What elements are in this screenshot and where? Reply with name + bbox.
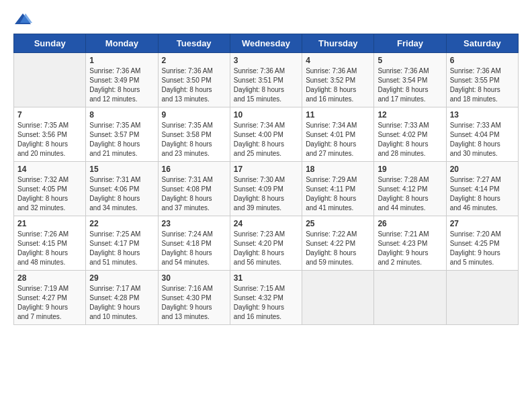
day-header-sunday: Sunday [14, 34, 86, 53]
calendar-cell [374, 271, 446, 325]
calendar-cell: 31Sunrise: 7:15 AM Sunset: 4:32 PM Dayli… [230, 271, 302, 325]
day-info: Sunrise: 7:27 AM Sunset: 4:14 PM Dayligh… [450, 175, 515, 213]
calendar-cell: 19Sunrise: 7:28 AM Sunset: 4:12 PM Dayli… [374, 162, 446, 216]
calendar-cell: 29Sunrise: 7:17 AM Sunset: 4:28 PM Dayli… [86, 271, 158, 325]
day-number: 2 [162, 56, 226, 65]
day-number: 17 [234, 165, 298, 174]
day-number: 27 [450, 219, 515, 228]
calendar-cell: 16Sunrise: 7:31 AM Sunset: 4:08 PM Dayli… [158, 162, 230, 216]
day-number: 25 [306, 219, 370, 228]
calendar-cell [446, 271, 518, 325]
day-number: 22 [89, 219, 154, 228]
calendar-table: SundayMondayTuesdayWednesdayThursdayFrid… [13, 34, 519, 325]
day-number: 18 [306, 165, 370, 174]
day-number: 3 [234, 56, 298, 65]
day-number: 21 [17, 219, 82, 228]
day-info: Sunrise: 7:23 AM Sunset: 4:20 PM Dayligh… [234, 230, 298, 267]
day-header-tuesday: Tuesday [158, 34, 230, 53]
day-info: Sunrise: 7:35 AM Sunset: 3:56 PM Dayligh… [17, 121, 82, 158]
day-number: 15 [89, 165, 154, 174]
calendar-body: 1Sunrise: 7:36 AM Sunset: 3:49 PM Daylig… [14, 53, 519, 325]
calendar-header: SundayMondayTuesdayWednesdayThursdayFrid… [14, 34, 519, 53]
day-header-saturday: Saturday [446, 34, 518, 53]
calendar-cell: 30Sunrise: 7:16 AM Sunset: 4:30 PM Dayli… [158, 271, 230, 325]
day-info: Sunrise: 7:34 AM Sunset: 4:01 PM Dayligh… [306, 121, 370, 158]
calendar-cell: 17Sunrise: 7:30 AM Sunset: 4:09 PM Dayli… [230, 162, 302, 216]
day-info: Sunrise: 7:22 AM Sunset: 4:22 PM Dayligh… [306, 230, 370, 267]
day-header-friday: Friday [374, 34, 446, 53]
day-info: Sunrise: 7:36 AM Sunset: 3:51 PM Dayligh… [234, 66, 298, 104]
day-info: Sunrise: 7:34 AM Sunset: 4:00 PM Dayligh… [234, 121, 298, 158]
day-info: Sunrise: 7:19 AM Sunset: 4:27 PM Dayligh… [17, 284, 82, 322]
day-info: Sunrise: 7:26 AM Sunset: 4:15 PM Dayligh… [17, 230, 82, 267]
day-number: 4 [306, 56, 370, 65]
day-info: Sunrise: 7:17 AM Sunset: 4:28 PM Dayligh… [89, 284, 154, 322]
logo [13, 11, 35, 30]
day-number: 24 [234, 219, 298, 228]
day-number: 7 [17, 110, 82, 120]
day-info: Sunrise: 7:33 AM Sunset: 4:04 PM Dayligh… [450, 121, 515, 158]
calendar-cell: 8Sunrise: 7:35 AM Sunset: 3:57 PM Daylig… [86, 107, 158, 162]
day-number: 13 [450, 110, 515, 120]
day-info: Sunrise: 7:36 AM Sunset: 3:55 PM Dayligh… [450, 66, 515, 104]
calendar-week-4: 21Sunrise: 7:26 AM Sunset: 4:15 PM Dayli… [14, 216, 519, 271]
day-info: Sunrise: 7:36 AM Sunset: 3:50 PM Dayligh… [162, 66, 226, 104]
day-info: Sunrise: 7:32 AM Sunset: 4:05 PM Dayligh… [17, 175, 82, 213]
day-info: Sunrise: 7:33 AM Sunset: 4:02 PM Dayligh… [378, 121, 442, 158]
calendar-cell: 27Sunrise: 7:20 AM Sunset: 4:25 PM Dayli… [446, 216, 518, 271]
day-number: 16 [162, 165, 226, 174]
calendar-cell: 22Sunrise: 7:25 AM Sunset: 4:17 PM Dayli… [86, 216, 158, 271]
calendar-cell: 21Sunrise: 7:26 AM Sunset: 4:15 PM Dayli… [14, 216, 86, 271]
day-info: Sunrise: 7:36 AM Sunset: 3:52 PM Dayligh… [306, 66, 370, 104]
day-number: 9 [162, 110, 226, 120]
calendar-week-2: 7Sunrise: 7:35 AM Sunset: 3:56 PM Daylig… [14, 107, 519, 162]
calendar-cell: 12Sunrise: 7:33 AM Sunset: 4:02 PM Dayli… [374, 107, 446, 162]
day-number: 23 [162, 219, 226, 228]
day-number: 12 [378, 110, 442, 120]
page-header [13, 11, 519, 30]
calendar-cell: 24Sunrise: 7:23 AM Sunset: 4:20 PM Dayli… [230, 216, 302, 271]
day-info: Sunrise: 7:28 AM Sunset: 4:12 PM Dayligh… [378, 175, 442, 213]
day-info: Sunrise: 7:24 AM Sunset: 4:18 PM Dayligh… [162, 230, 226, 267]
calendar-week-5: 28Sunrise: 7:19 AM Sunset: 4:27 PM Dayli… [14, 271, 519, 325]
day-number: 31 [234, 273, 298, 283]
day-header-monday: Monday [86, 34, 158, 53]
calendar-cell: 15Sunrise: 7:31 AM Sunset: 4:06 PM Dayli… [86, 162, 158, 216]
day-number: 28 [17, 273, 82, 283]
day-header-thursday: Thursday [302, 34, 374, 53]
calendar-cell: 20Sunrise: 7:27 AM Sunset: 4:14 PM Dayli… [446, 162, 518, 216]
day-info: Sunrise: 7:21 AM Sunset: 4:23 PM Dayligh… [378, 230, 442, 267]
day-number: 26 [378, 219, 442, 228]
day-info: Sunrise: 7:15 AM Sunset: 4:32 PM Dayligh… [234, 284, 298, 322]
day-info: Sunrise: 7:31 AM Sunset: 4:06 PM Dayligh… [89, 175, 154, 213]
calendar-cell: 1Sunrise: 7:36 AM Sunset: 3:49 PM Daylig… [86, 53, 158, 107]
calendar-cell: 25Sunrise: 7:22 AM Sunset: 4:22 PM Dayli… [302, 216, 374, 271]
logo-icon [13, 11, 32, 30]
day-number: 19 [378, 165, 442, 174]
calendar-cell: 4Sunrise: 7:36 AM Sunset: 3:52 PM Daylig… [302, 53, 374, 107]
calendar-cell [302, 271, 374, 325]
calendar-cell: 18Sunrise: 7:29 AM Sunset: 4:11 PM Dayli… [302, 162, 374, 216]
day-number: 14 [17, 165, 82, 174]
day-number: 30 [162, 273, 226, 283]
calendar-cell: 3Sunrise: 7:36 AM Sunset: 3:51 PM Daylig… [230, 53, 302, 107]
calendar-cell: 7Sunrise: 7:35 AM Sunset: 3:56 PM Daylig… [14, 107, 86, 162]
day-number: 29 [89, 273, 154, 283]
day-info: Sunrise: 7:36 AM Sunset: 3:54 PM Dayligh… [378, 66, 442, 104]
day-info: Sunrise: 7:16 AM Sunset: 4:30 PM Dayligh… [162, 284, 226, 322]
calendar-week-1: 1Sunrise: 7:36 AM Sunset: 3:49 PM Daylig… [14, 53, 519, 107]
day-number: 1 [89, 56, 154, 65]
calendar-cell: 5Sunrise: 7:36 AM Sunset: 3:54 PM Daylig… [374, 53, 446, 107]
day-header-wednesday: Wednesday [230, 34, 302, 53]
day-info: Sunrise: 7:20 AM Sunset: 4:25 PM Dayligh… [450, 230, 515, 267]
calendar-cell: 26Sunrise: 7:21 AM Sunset: 4:23 PM Dayli… [374, 216, 446, 271]
day-number: 11 [306, 110, 370, 120]
calendar-cell: 10Sunrise: 7:34 AM Sunset: 4:00 PM Dayli… [230, 107, 302, 162]
calendar-cell: 14Sunrise: 7:32 AM Sunset: 4:05 PM Dayli… [14, 162, 86, 216]
day-number: 8 [89, 110, 154, 120]
day-info: Sunrise: 7:35 AM Sunset: 3:58 PM Dayligh… [162, 121, 226, 158]
day-number: 20 [450, 165, 515, 174]
day-info: Sunrise: 7:25 AM Sunset: 4:17 PM Dayligh… [89, 230, 154, 267]
calendar-cell [14, 53, 86, 107]
day-info: Sunrise: 7:35 AM Sunset: 3:57 PM Dayligh… [89, 121, 154, 158]
